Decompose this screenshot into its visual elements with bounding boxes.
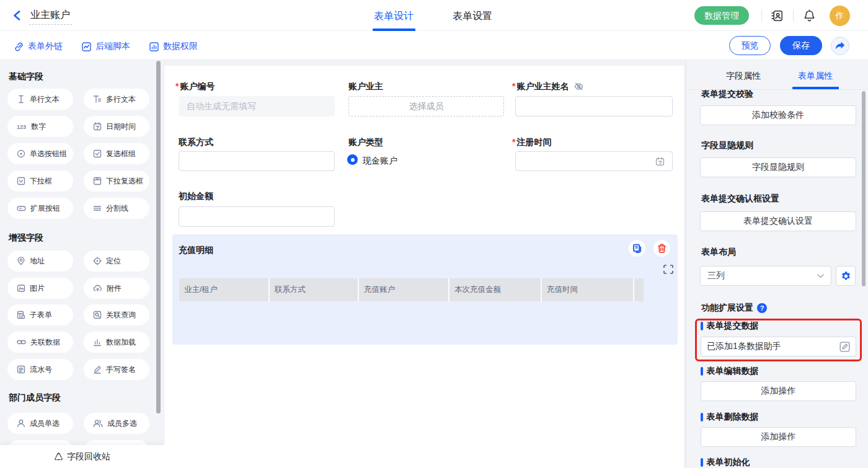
svg-text:?: ? [760, 304, 764, 312]
svg-text:123: 123 [17, 124, 26, 130]
